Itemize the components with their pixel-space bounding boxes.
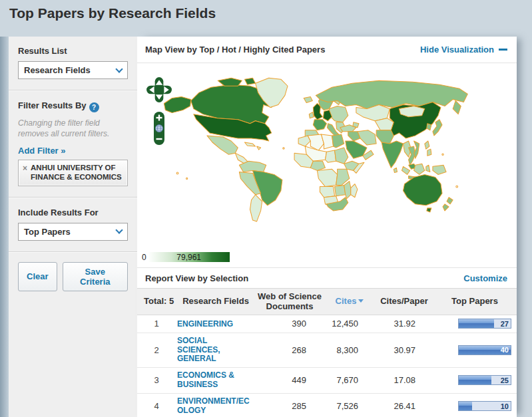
column-wos-documents[interactable]: Web of Science Documents [256,289,324,315]
table-header-row: Total: 5 Research Fields Web of Science … [137,289,517,315]
choropleth-map[interactable] [137,66,517,240]
chevron-down-icon [115,227,123,234]
column-cites-per-paper[interactable]: Cites/Paper [376,289,433,315]
table-row: 4 ENVIRONMENT/ECOLOGY 285 7,526 26.41 10 [137,393,517,417]
central-africa [317,169,337,186]
wos-documents-value: 449 [256,368,324,394]
report-view-title: Report View by Selection [145,273,248,283]
kamchatka [453,100,461,114]
top-papers-value: 40 [501,346,509,354]
map-view-title: Map View by Top / Hot / Highly Cited Pap… [145,45,325,55]
wos-documents-value: 268 [256,333,324,367]
top-papers-bar: 10 [458,401,511,411]
country-iran [358,130,376,145]
filter-note: Changing the filter field removes all cu… [18,118,128,139]
cites-per-paper-value: 26.41 [376,393,433,417]
island-borneo [414,164,425,174]
results-list-section: Results List Research Fields [9,37,137,90]
results-list-label: Results List [18,46,128,56]
caucasus [353,122,359,128]
page-title: Top Papers by Research Fields [0,0,532,37]
cites-value: 7,670 [324,368,376,394]
island-tasmania [427,208,431,212]
country-new-zealand [443,204,449,211]
cites-value: 8,300 [324,333,376,367]
country-france [313,120,326,130]
field-link[interactable]: ECONOMICS & BUSINESS [177,371,252,390]
island-papua [433,165,446,174]
wos-documents-value: 390 [256,315,324,333]
field-link[interactable]: SOCIAL SCIENCES, GENERAL [177,337,252,364]
pacific-island [456,186,458,188]
country-philippines [425,141,429,149]
minus-icon [499,49,507,51]
sort-desc-icon [358,299,364,303]
column-cites-sorted[interactable]: Cites [324,289,376,315]
arctic-islands [218,78,242,86]
island-sulawesi [426,165,430,172]
country-madagascar [351,184,358,198]
country-mexico [207,136,238,154]
filter-chip[interactable]: × ANHUI UNIVERSITY OF FINANCE & ECONOMIC… [18,160,128,186]
add-filter-link[interactable]: Add Filter » [18,146,66,156]
country-korea [427,124,431,130]
results-list-selected: Research Fields [24,65,91,75]
row-rank: 4 [137,393,176,417]
row-rank: 1 [137,315,176,333]
country-iraq [348,132,360,141]
country-philippines [427,149,431,156]
country-australia [403,174,443,205]
column-top-papers[interactable]: Top Papers [433,289,517,315]
pacific-island [176,172,178,174]
cites-value: 12,450 [324,315,376,333]
column-research-fields[interactable]: Research Fields [176,289,256,315]
customize-link[interactable]: Customize [463,273,507,283]
top-papers-value: 27 [501,320,509,328]
sidebar: Results List Research Fields Filter Resu… [9,37,137,417]
table-row: 2 SOCIAL SCIENCES, GENERAL 268 8,300 30.… [137,333,517,367]
table-row: 3 ECONOMICS & BUSINESS 449 7,670 17.08 2… [137,368,517,394]
world-map[interactable]: 0 79,961 [137,63,517,268]
map-view-header: Map View by Top / Hot / Highly Cited Pap… [137,37,517,63]
country-iceland [304,96,312,102]
atlantic-island [283,148,284,149]
eastern-europe [330,106,348,122]
country-india [382,141,403,168]
central-asia [375,118,394,130]
field-link[interactable]: ENVIRONMENT/ECOLOGY [177,397,252,416]
include-results-section: Include Results For Top Papers [9,198,137,251]
legend-min: 0 [142,253,146,262]
include-results-label: Include Results For [18,208,128,217]
country-ireland [309,112,314,118]
help-icon[interactable]: ? [89,102,99,112]
map-zoom-control[interactable] [153,111,165,146]
cites-per-paper-value: 17.08 [376,368,433,394]
arctic-islands [244,78,255,84]
clear-button[interactable]: Clear [18,262,57,291]
country-afghanistan-pakistan [376,130,394,144]
cites-per-paper-value: 30.97 [376,333,433,367]
include-results-dropdown[interactable]: Top Papers [18,223,128,241]
main-panel: Map View by Top / Hot / Highly Cited Pap… [137,37,517,417]
results-list-dropdown[interactable]: Research Fields [18,61,128,79]
country-new-zealand [447,198,453,204]
map-pan-control[interactable] [146,76,172,103]
hide-visualization-link[interactable]: Hide Visualization [420,45,507,55]
report-table: Total: 5 Research Fields Web of Science … [137,288,517,417]
field-link[interactable]: ENGINEERING [177,320,233,329]
remove-filter-icon[interactable]: × [23,164,27,182]
country-zambia [335,186,346,196]
window-left-edge [0,37,9,417]
caribbean [244,142,255,146]
filter-label: Filter Results By? [18,100,128,112]
pacific-island [186,178,188,179]
top-papers-bar: 40 [458,345,511,355]
save-criteria-button[interactable]: Save Criteria [63,262,128,291]
include-results-selected: Top Papers [24,227,71,237]
country-egypt [332,134,344,148]
country-sudan [335,148,348,164]
wos-documents-value: 285 [256,393,324,417]
legend-max: 79,961 [176,253,201,262]
content-area: Results List Research Fields Filter Resu… [9,37,517,417]
top-papers-value: 10 [501,402,509,410]
